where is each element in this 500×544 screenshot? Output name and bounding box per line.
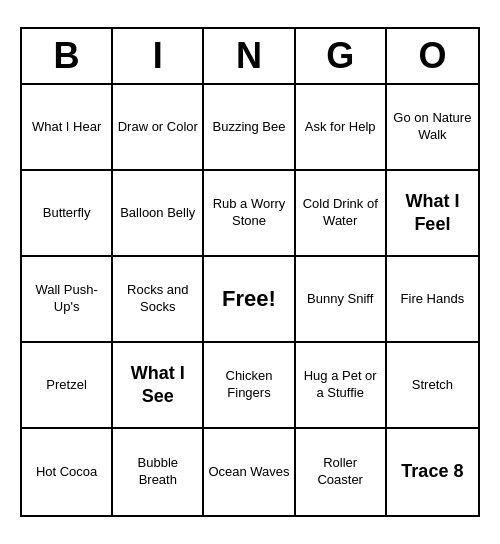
header-letter-g: G (296, 29, 387, 83)
bingo-grid: What I HearDraw or ColorBuzzing BeeAsk f… (22, 85, 478, 515)
bingo-cell-3: Ask for Help (296, 85, 387, 171)
bingo-cell-6: Balloon Belly (113, 171, 204, 257)
bingo-cell-4: Go on Nature Walk (387, 85, 478, 171)
bingo-cell-8: Cold Drink of Water (296, 171, 387, 257)
header-letter-o: O (387, 29, 478, 83)
header-letter-b: B (22, 29, 113, 83)
bingo-cell-22: Ocean Waves (204, 429, 295, 515)
bingo-cell-20: Hot Cocoa (22, 429, 113, 515)
bingo-cell-15: Pretzel (22, 343, 113, 429)
bingo-cell-21: Bubble Breath (113, 429, 204, 515)
bingo-cell-5: Butterfly (22, 171, 113, 257)
bingo-cell-2: Buzzing Bee (204, 85, 295, 171)
header-letter-n: N (204, 29, 295, 83)
bingo-cell-9: What I Feel (387, 171, 478, 257)
bingo-cell-11: Rocks and Socks (113, 257, 204, 343)
bingo-cell-12: Free! (204, 257, 295, 343)
bingo-card: BINGO What I HearDraw or ColorBuzzing Be… (20, 27, 480, 517)
bingo-cell-23: Roller Coaster (296, 429, 387, 515)
bingo-cell-16: What I See (113, 343, 204, 429)
bingo-cell-1: Draw or Color (113, 85, 204, 171)
bingo-cell-18: Hug a Pet or a Stuffie (296, 343, 387, 429)
bingo-cell-14: Fire Hands (387, 257, 478, 343)
bingo-cell-7: Rub a Worry Stone (204, 171, 295, 257)
bingo-header: BINGO (22, 29, 478, 85)
bingo-cell-17: Chicken Fingers (204, 343, 295, 429)
bingo-cell-13: Bunny Sniff (296, 257, 387, 343)
header-letter-i: I (113, 29, 204, 83)
bingo-cell-0: What I Hear (22, 85, 113, 171)
bingo-cell-10: Wall Push-Up's (22, 257, 113, 343)
bingo-cell-24: Trace 8 (387, 429, 478, 515)
bingo-cell-19: Stretch (387, 343, 478, 429)
